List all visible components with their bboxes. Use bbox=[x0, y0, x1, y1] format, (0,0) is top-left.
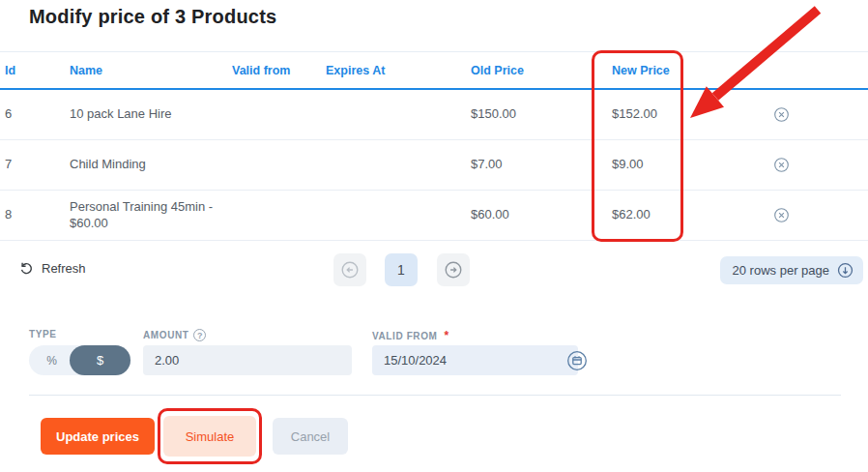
table-row: 6 10 pack Lane Hire $150.00 $152.00 bbox=[0, 90, 868, 140]
type-toggle: % $ bbox=[29, 345, 130, 375]
rows-per-page-dropdown[interactable]: 20 rows per page bbox=[720, 256, 863, 284]
modify-prices-panel: Modify price of 3 Products Id Name Valid… bbox=[0, 0, 868, 472]
valid-from-input[interactable] bbox=[372, 345, 565, 375]
page-title: Modify price of 3 Products bbox=[29, 6, 276, 28]
amount-label: AMOUNT ? bbox=[143, 329, 206, 341]
cell-new-price: $152.00 bbox=[612, 106, 773, 122]
cell-old-price: $150.00 bbox=[471, 106, 612, 122]
refresh-icon bbox=[19, 261, 34, 276]
col-header-name[interactable]: Name bbox=[70, 64, 232, 77]
cancel-button[interactable]: Cancel bbox=[273, 418, 348, 455]
products-table: Id Name Valid from Expires At Old Price … bbox=[0, 51, 868, 241]
rows-per-page-label: 20 rows per page bbox=[733, 263, 829, 278]
calendar-icon[interactable] bbox=[565, 349, 589, 372]
cell-name: Personal Training 45min - $60.00 bbox=[70, 199, 232, 231]
remove-row-icon[interactable] bbox=[773, 207, 790, 223]
valid-from-label: VALID FROM * bbox=[372, 329, 449, 342]
col-header-old-price[interactable]: Old Price bbox=[471, 64, 612, 77]
cell-id: 7 bbox=[5, 157, 70, 172]
cell-name: Child Minding bbox=[70, 157, 232, 172]
col-header-valid-from[interactable]: Valid from bbox=[232, 64, 326, 77]
next-page-button[interactable] bbox=[437, 253, 470, 286]
valid-from-field bbox=[372, 345, 578, 375]
remove-row-icon[interactable] bbox=[773, 157, 790, 173]
cell-id: 8 bbox=[5, 207, 70, 222]
arrow-right-circle-icon bbox=[443, 259, 464, 280]
cell-old-price: $60.00 bbox=[471, 207, 612, 222]
col-header-expires-at[interactable]: Expires At bbox=[326, 64, 471, 77]
previous-page-button[interactable] bbox=[333, 253, 366, 286]
table-row: 8 Personal Training 45min - $60.00 $60.0… bbox=[0, 191, 868, 241]
current-page-indicator[interactable]: 1 bbox=[385, 253, 418, 286]
col-header-new-price[interactable]: New Price bbox=[612, 64, 773, 77]
col-header-id[interactable]: Id bbox=[5, 64, 70, 77]
required-asterisk: * bbox=[444, 329, 448, 342]
cell-id: 6 bbox=[5, 106, 70, 122]
cell-name: 10 pack Lane Hire bbox=[70, 106, 232, 122]
help-icon[interactable]: ? bbox=[193, 329, 206, 341]
cell-old-price: $7.00 bbox=[471, 157, 612, 172]
divider bbox=[29, 395, 841, 396]
refresh-label: Refresh bbox=[42, 261, 86, 276]
type-option-dollar[interactable]: $ bbox=[70, 345, 130, 375]
cell-new-price: $9.00 bbox=[612, 157, 773, 172]
amount-input[interactable] bbox=[143, 345, 352, 375]
chevron-down-circle-icon bbox=[836, 261, 854, 280]
simulate-button[interactable]: Simulate bbox=[163, 416, 256, 457]
arrow-left-circle-icon bbox=[339, 259, 361, 280]
cell-new-price: $62.00 bbox=[612, 207, 773, 222]
type-option-percent[interactable]: % bbox=[29, 345, 74, 375]
type-label: TYPE bbox=[29, 329, 57, 339]
refresh-button[interactable]: Refresh bbox=[19, 261, 86, 276]
update-prices-button[interactable]: Update prices bbox=[41, 418, 155, 455]
remove-row-icon[interactable] bbox=[773, 106, 790, 123]
table-row: 7 Child Minding $7.00 $9.00 bbox=[0, 140, 868, 191]
table-header-row: Id Name Valid from Expires At Old Price … bbox=[0, 51, 868, 90]
